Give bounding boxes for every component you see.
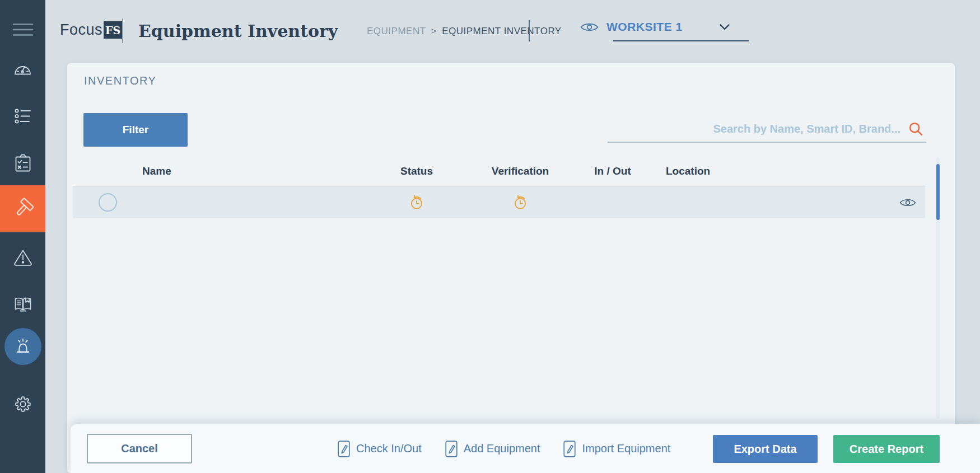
eye-icon <box>580 21 599 33</box>
breadcrumb-current: EQUIPMENT INVENTORY <box>442 26 562 36</box>
header-divider <box>122 18 123 43</box>
list-icon <box>13 106 33 126</box>
sidebar-item-forms[interactable] <box>0 148 45 179</box>
page-title: Equipment Inventory <box>138 21 338 41</box>
col-header-inout: In / Out <box>565 165 660 177</box>
logo-text: Focus <box>60 21 102 39</box>
import-equipment-button[interactable]: Import Equipment <box>563 441 670 457</box>
timer-icon <box>409 194 424 210</box>
sidebar-item-checklists[interactable] <box>0 101 45 131</box>
search-icon[interactable] <box>908 121 923 136</box>
hammer-icon <box>11 197 35 221</box>
create-report-button[interactable]: Create Report <box>833 435 940 463</box>
top-header: Focus FS Equipment Inventory EQUIPMENT >… <box>45 0 980 54</box>
pencil-icon <box>338 441 350 457</box>
logo-badge: FS <box>104 21 122 39</box>
sidebar-item-equipment[interactable] <box>0 185 45 232</box>
col-header-location: Location <box>660 165 845 177</box>
worksite-underline <box>613 40 749 41</box>
footer-action-label: Check In/Out <box>356 442 422 455</box>
check-in-out-button[interactable]: Check In/Out <box>338 441 422 457</box>
book-icon <box>13 294 33 313</box>
hamburger-icon <box>12 22 34 38</box>
warning-triangle-icon <box>13 248 33 267</box>
sidebar-item-documents[interactable] <box>0 289 45 319</box>
verification-icon <box>475 194 565 210</box>
col-header-status: Status <box>358 165 475 177</box>
export-data-button[interactable]: Export Data <box>713 435 818 463</box>
add-equipment-button[interactable]: Add Equipment <box>445 441 540 457</box>
breadcrumb: EQUIPMENT > EQUIPMENT INVENTORY <box>367 26 562 37</box>
sidebar-item-settings[interactable] <box>0 389 45 419</box>
sidebar-item-emergency[interactable] <box>0 331 45 362</box>
pencil-icon <box>445 441 458 457</box>
footer-action-label: Add Equipment <box>464 442 540 455</box>
sidebar-item-alerts[interactable] <box>0 242 45 273</box>
view-details-eye-icon[interactable] <box>899 198 916 208</box>
breadcrumb-separator: > <box>431 26 437 36</box>
footer-action-label: Import Equipment <box>582 442 670 455</box>
status-icon <box>358 194 475 210</box>
breadcrumb-section[interactable]: EQUIPMENT <box>367 26 426 36</box>
col-header-verification: Verification <box>475 165 565 177</box>
table-scrollbar-track <box>936 157 940 419</box>
clipboard-icon <box>13 153 33 174</box>
table-header: Name Status Verification In / Out Locati… <box>73 157 925 186</box>
search-input[interactable] <box>608 123 908 135</box>
filter-button[interactable]: Filter <box>83 113 188 147</box>
section-label: INVENTORY <box>84 74 156 87</box>
inventory-card: INVENTORY Filter Name Status Verificatio… <box>67 63 955 473</box>
row-checkbox[interactable] <box>99 193 117 212</box>
search-field <box>608 116 926 143</box>
pencil-icon <box>563 441 576 457</box>
col-header-name: Name <box>142 165 358 177</box>
sidebar <box>0 0 45 473</box>
siren-icon <box>12 336 34 357</box>
action-bar: Cancel Check In/OutAdd EquipmentImport E… <box>71 424 980 473</box>
worksite-selector[interactable]: WORKSITE 1 <box>580 20 730 34</box>
cancel-button[interactable]: Cancel <box>87 434 192 463</box>
app-logo[interactable]: Focus FS <box>60 21 122 39</box>
chevron-down-icon <box>720 24 730 30</box>
header-divider-2 <box>529 20 530 41</box>
gauge-icon <box>12 60 33 78</box>
table-row <box>73 186 925 218</box>
worksite-label: WORKSITE 1 <box>606 20 683 34</box>
footer-actions: Check In/OutAdd EquipmentImport Equipmen… <box>338 424 670 473</box>
timer-icon <box>512 194 528 210</box>
table-scrollbar-thumb[interactable] <box>936 164 940 220</box>
sidebar-item-dashboard[interactable] <box>0 54 45 84</box>
siren-halo <box>4 328 41 365</box>
sidebar-item-menu[interactable] <box>0 15 45 45</box>
gear-icon <box>13 394 33 414</box>
